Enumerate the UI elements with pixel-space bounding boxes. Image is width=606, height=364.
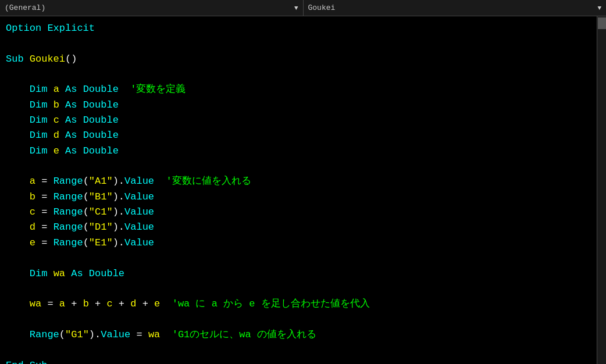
general-dropdown[interactable]: (General) ▼: [0, 0, 304, 16]
line-dim-e: Dim e As Double: [6, 144, 597, 159]
line-blank-2: [6, 67, 597, 82]
line-blank-4: [6, 251, 597, 266]
general-arrow: ▼: [294, 5, 298, 12]
goukei-arrow: ▼: [597, 5, 601, 12]
line-assign-e: e = Range("E1").Value: [6, 235, 597, 251]
line-dim-wa: Dim wa As Double: [6, 266, 597, 281]
line-assign-a: a = Range("A1").Value '変数に値を入れる: [6, 174, 597, 189]
vertical-scrollbar[interactable]: [597, 16, 606, 364]
toolbar: (General) ▼ Goukei ▼: [0, 0, 606, 16]
line-option-explicit: Option Explicit: [6, 21, 597, 36]
code-editor[interactable]: Option Explicit Sub Goukei() Dim a As Do…: [0, 16, 597, 364]
line-assign-d: d = Range("D1").Value: [6, 220, 597, 235]
line-assign-c: c = Range("C1").Value: [6, 205, 597, 220]
line-blank-6: [6, 312, 597, 327]
line-sub: Sub Goukei(): [6, 52, 597, 67]
line-blank-5: [6, 281, 597, 297]
goukei-dropdown[interactable]: Goukei ▼: [304, 0, 607, 16]
vbe-window: (General) ▼ Goukei ▼ Option Explicit Sub…: [0, 0, 606, 364]
line-calc-wa: wa = a + b + c + d + e 'wa に a から e を足し合…: [6, 297, 597, 312]
line-dim-d: Dim d As Double: [6, 128, 597, 143]
line-dim-a: Dim a As Double '変数を定義: [6, 82, 597, 97]
line-blank-7: [6, 342, 597, 358]
line-assign-b: b = Range("B1").Value: [6, 190, 597, 205]
line-dim-b: Dim b As Double: [6, 98, 597, 113]
code-area: Option Explicit Sub Goukei() Dim a As Do…: [0, 16, 606, 364]
goukei-label: Goukei: [308, 3, 598, 12]
line-blank-3: [6, 159, 597, 174]
line-blank-1: [6, 36, 597, 51]
scrollbar-thumb[interactable]: [598, 17, 606, 29]
line-range-g1: Range("G1").Value = wa 'G1のセルに、wa の値を入れる: [6, 327, 597, 342]
line-end-sub: End Sub: [6, 358, 597, 364]
general-label: (General): [5, 3, 294, 12]
line-dim-c: Dim c As Double: [6, 113, 597, 128]
